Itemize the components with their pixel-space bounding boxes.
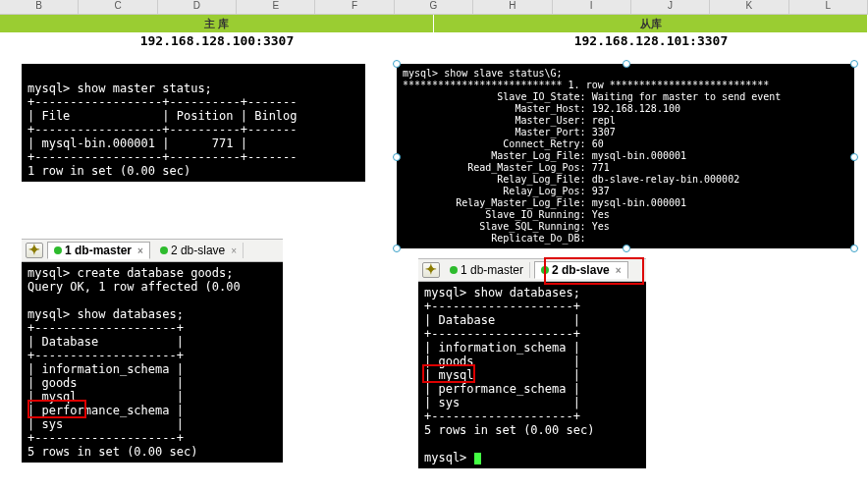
close-icon[interactable]: × xyxy=(137,246,143,256)
highlight-tab-slave xyxy=(544,257,644,285)
add-tab-button[interactable]: ✦ xyxy=(422,262,440,278)
ip-row: 192.168.128.100:3307 192.168.128.101:330… xyxy=(0,32,868,50)
terminal-master-databases: mysql> create database goods; Query OK, … xyxy=(22,262,283,463)
header-master: 主 库 xyxy=(0,15,434,32)
close-icon[interactable]: × xyxy=(231,246,237,256)
header-slave: 从库 xyxy=(434,15,868,32)
add-tab-button[interactable]: ✦ xyxy=(26,243,43,258)
status-dot-icon xyxy=(54,246,62,254)
status-dot-icon xyxy=(450,266,458,274)
ip-master: 192.168.128.100:3307 xyxy=(0,32,434,50)
tab-db-master[interactable]: 1 db-master × xyxy=(47,242,150,259)
ip-slave: 192.168.128.101:3307 xyxy=(434,32,868,50)
header-row: 主 库 从库 xyxy=(0,15,868,32)
tab-db-master[interactable]: 1 db-master xyxy=(444,262,530,278)
status-dot-icon xyxy=(160,246,168,254)
terminal-slave-status: mysql> show slave status\G; ************… xyxy=(397,64,854,248)
tab-db-slave[interactable]: 2 db-slave × xyxy=(154,243,244,258)
spreadsheet-column-headers: BCDEFGHIJKL xyxy=(0,0,868,15)
terminal-cursor xyxy=(474,453,481,464)
highlight-goods-master xyxy=(27,400,86,418)
highlight-goods-slave xyxy=(422,364,475,383)
tab-bar-master: ✦ 1 db-master × 2 db-slave × xyxy=(22,239,283,262)
terminal-master-status: mysql> show master status; +------------… xyxy=(22,64,365,182)
